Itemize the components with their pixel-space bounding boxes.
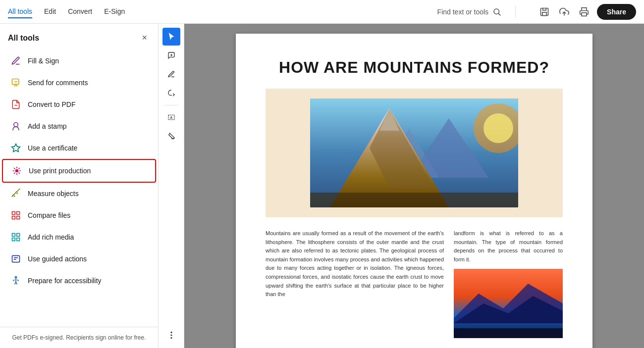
svg-rect-16 [12, 238, 15, 241]
tool-accessibility-label: Prepare for accessibility [28, 277, 102, 285]
toolbar-strip: A [159, 24, 184, 348]
send-comments-icon [10, 77, 22, 89]
compare-icon [10, 209, 22, 221]
toolbar-comment-btn[interactable] [162, 47, 180, 64]
guided-actions-icon [10, 253, 22, 265]
svg-rect-11 [17, 212, 20, 215]
svg-text:A: A [170, 116, 172, 119]
fill-sign-icon [10, 55, 22, 67]
search-text: Find text or tools [437, 8, 489, 16]
body-text-right: landform is what is referred to as a mou… [454, 229, 563, 264]
measure-icon [10, 188, 22, 199]
search-area[interactable]: Find text or tools [437, 7, 502, 16]
svg-rect-4 [582, 12, 587, 16]
save-icon [539, 7, 549, 17]
two-col-section: Mountains are usually formed as a result… [266, 229, 563, 338]
nav-all-tools[interactable]: All tools [8, 5, 32, 18]
svg-rect-15 [17, 234, 20, 237]
nav-divider [515, 6, 516, 18]
tool-guided-actions-label: Use guided actions [28, 255, 87, 263]
toolbar-text-select-btn[interactable]: A [162, 108, 180, 126]
pdf-page: HOW ARE MOUNTAINS FORMED? [236, 34, 592, 348]
svg-rect-10 [12, 212, 15, 215]
convert-pdf-icon [10, 99, 22, 110]
left-panel: All tools × Fill & Sign [0, 24, 159, 348]
nav-convert[interactable]: Convert [68, 5, 92, 18]
svg-point-27 [170, 334, 172, 336]
tool-print-production-label: Use print production [29, 167, 91, 175]
tool-accessibility[interactable]: Prepare for accessibility [2, 270, 156, 292]
tool-convert-pdf[interactable]: Convert to PDF [2, 94, 156, 115]
certificate-icon [10, 142, 22, 154]
cursor-icon [167, 33, 175, 41]
text-select-icon: A [167, 113, 175, 121]
tool-compare-label: Compare files [28, 211, 70, 219]
svg-point-8 [14, 123, 18, 127]
print-icon [579, 7, 589, 17]
svg-point-0 [494, 9, 499, 14]
print-production-icon [11, 165, 23, 177]
pdf-title: HOW ARE MOUNTAINS FORMED? [266, 58, 563, 77]
toolbar-lasso-btn[interactable] [162, 84, 180, 102]
body-right-col: landform is what is referred to as a mou… [454, 229, 563, 338]
tools-list: Fill & Sign Send for comments [0, 50, 158, 327]
tool-add-stamp-label: Add a stamp [28, 122, 67, 130]
tool-rich-media-label: Add rich media [28, 233, 74, 241]
toolbar-more-btn[interactable] [162, 326, 180, 344]
toolbar-select-btn[interactable] [162, 28, 180, 46]
toolbar-highlight-btn[interactable] [162, 127, 180, 145]
tool-rich-media[interactable]: Add rich media [2, 226, 156, 248]
nav-esign[interactable]: E-Sign [104, 5, 125, 18]
tool-send-comments[interactable]: Send for comments [2, 72, 156, 94]
panel-title: All tools [8, 34, 39, 43]
accessibility-icon [10, 275, 22, 287]
print-button[interactable] [577, 5, 591, 19]
svg-rect-14 [12, 234, 15, 237]
tool-fill-sign[interactable]: Fill & Sign [2, 50, 156, 72]
svg-point-9 [15, 169, 19, 173]
footer-text: Get PDFs e-signed. Recipients sign onlin… [12, 334, 146, 341]
svg-point-31 [483, 113, 513, 143]
svg-point-26 [170, 332, 172, 333]
svg-line-1 [498, 13, 500, 15]
main-content: HOW ARE MOUNTAINS FORMED? [184, 24, 644, 348]
add-stamp-icon [10, 120, 22, 132]
svg-point-21 [15, 277, 16, 278]
toolbar-pencil-btn[interactable] [162, 65, 180, 83]
svg-rect-12 [12, 216, 15, 219]
save-button[interactable] [537, 5, 551, 19]
main-layout: All tools × Fill & Sign [0, 24, 644, 348]
highlight-icon [167, 132, 175, 140]
top-nav: All tools Edit Convert E-Sign Find text … [0, 0, 644, 24]
hero-image [310, 99, 518, 207]
tool-measure[interactable]: Measure objects [2, 183, 156, 204]
panel-footer: Get PDFs e-signed. Recipients sign onlin… [0, 327, 158, 348]
svg-rect-13 [17, 216, 20, 219]
toolbar-separator [164, 105, 178, 105]
comment-plus-icon [167, 51, 175, 59]
tool-certificate[interactable]: Use a certificate [2, 137, 156, 159]
tool-fill-sign-label: Fill & Sign [28, 57, 59, 65]
svg-rect-42 [454, 323, 563, 328]
svg-rect-37 [310, 193, 518, 207]
tool-print-production[interactable]: Use print production [2, 159, 156, 183]
panel-header: All tools × [0, 24, 158, 50]
tool-add-stamp[interactable]: Add a stamp [2, 115, 156, 137]
share-button[interactable]: Share [597, 4, 636, 20]
upload-icon [559, 7, 569, 17]
tool-measure-label: Measure objects [28, 190, 79, 198]
body-text-left: Mountains are usually formed as a result… [266, 229, 444, 338]
rich-media-icon [10, 231, 22, 243]
search-icon [492, 7, 501, 16]
nav-edit[interactable]: Edit [44, 5, 56, 18]
close-panel-button[interactable]: × [139, 32, 150, 44]
tool-send-comments-label: Send for comments [28, 79, 88, 87]
tool-guided-actions[interactable]: Use guided actions [2, 248, 156, 270]
lasso-icon [167, 89, 175, 97]
upload-button[interactable] [557, 5, 571, 19]
body-paragraph: Mountains are usually formed as a result… [266, 229, 444, 299]
small-image [454, 269, 563, 338]
svg-rect-17 [17, 238, 20, 241]
nav-actions: Share [537, 4, 636, 20]
tool-compare[interactable]: Compare files [2, 204, 156, 226]
